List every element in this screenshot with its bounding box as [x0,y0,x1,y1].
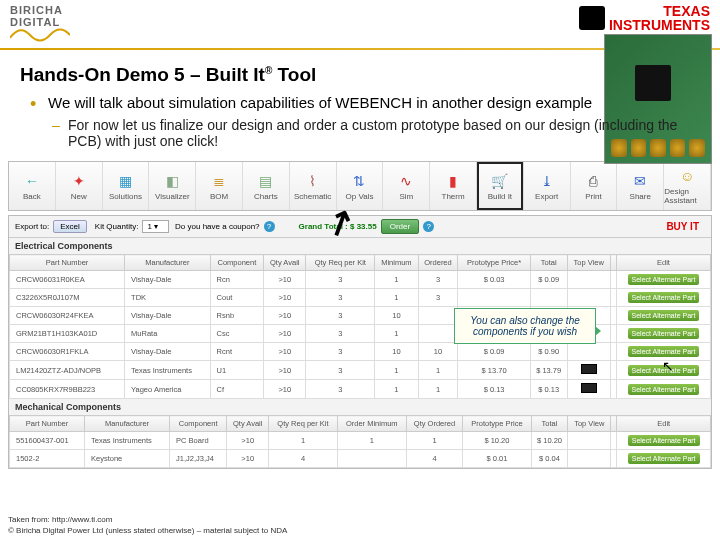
component-icon [581,383,597,393]
sim-icon: ∿ [396,172,416,190]
table-row: CRCW06030R1FKLAVishay-DaleRcnt>1031010$ … [10,343,711,361]
table-row: 551600437-001Texas InstrumentsPC Board>1… [10,432,711,450]
back-icon: ← [22,172,42,190]
help-icon[interactable]: ? [264,221,275,232]
ti-chip-icon [579,6,605,30]
solutions-icon: ▦ [115,172,135,190]
callout-box: You can also change the components if yo… [454,308,596,344]
cursor-icon: ↖ [662,358,674,374]
select-alternate-button[interactable]: Select Alternate Part [628,435,700,446]
toolbar-export[interactable]: ⤓Export [524,162,571,210]
toolbar-solutions[interactable]: ▦Solutions [103,162,150,210]
charts-icon: ▤ [256,172,276,190]
design assistant-icon: ☺ [677,167,697,185]
mechanical-table: Part NumberManufacturerComponentQty Avai… [9,415,711,468]
toolbar-design-assistant[interactable]: ☺Design Assistant [664,162,711,210]
table-row: C3226X5R0J107MTDKCout>10313Select Altern… [10,289,711,307]
kit-qty-select[interactable]: 1 ▾ [142,220,169,233]
select-alternate-button[interactable]: Select Alternate Part [628,346,700,357]
select-alternate-button[interactable]: Select Alternate Part [628,328,700,339]
table-row: LM21420ZTZ-ADJ/NOPBTexas InstrumentsU1>1… [10,361,711,380]
bullet-list: We will talk about simulation capabiliti… [0,94,720,155]
op vals-icon: ⇅ [349,172,369,190]
select-alternate-button[interactable]: Select Alternate Part [628,292,700,303]
toolbar-share[interactable]: ✉Share [617,162,664,210]
toolbar-visualizer[interactable]: ◧Visualizer [149,162,196,210]
mechanical-section-label: Mechanical Components [9,399,711,415]
buy-panel: Export to: Excel Kit Quantity: 1 ▾ Do yo… [8,215,712,469]
toolbar-print[interactable]: ⎙Print [571,162,618,210]
table-row: CC0805KRX7R9BB223Yageo AmericaCf>10311$ … [10,380,711,399]
toolbar-build-it[interactable]: 🛒Build It [477,162,524,210]
new-icon: ✦ [69,172,89,190]
toolbar-sim[interactable]: ∿Sim [383,162,430,210]
visualizer-icon: ◧ [162,172,182,190]
toolbar-back[interactable]: ←Back [9,162,56,210]
order-button[interactable]: Order [381,219,419,234]
toolbar-therm[interactable]: ▮Therm [430,162,477,210]
coupon-label: Do you have a coupon?? [175,221,279,232]
select-alternate-button[interactable]: Select Alternate Part [628,453,700,464]
select-alternate-button[interactable]: Select Alternate Part [628,310,700,321]
component-icon [581,364,597,374]
table-row: GRM21BT1H103KA01DMuRataCsc>1031Select Al… [10,325,711,343]
toolbar-charts[interactable]: ▤Charts [243,162,290,210]
select-alternate-button[interactable]: Select Alternate Part [628,274,700,285]
toolbar-bom[interactable]: ≣BOM [196,162,243,210]
kit-qty-label: Kit Quantity: [95,222,139,231]
schematic-icon: ⌇ [303,172,323,190]
footer: Taken from: http://www.ti.com © Biricha … [8,515,287,536]
export-icon: ⤓ [537,172,557,190]
buy-it-label: BUY IT [666,221,699,232]
webench-toolbar: ←Back✦New▦Solutions◧Visualizer≣BOM▤Chart… [8,161,712,211]
build it-icon: 🛒 [490,172,510,190]
therm-icon: ▮ [443,172,463,190]
export-excel-button[interactable]: Excel [53,220,87,233]
ti-logo: TEXASINSTRUMENTS [579,4,710,32]
toolbar-new[interactable]: ✦New [56,162,103,210]
print-icon: ⎙ [583,172,603,190]
bullet-1: We will talk about simulation capabiliti… [48,94,690,111]
share-icon: ✉ [630,172,650,190]
bullet-2: For now let us finalize our design and o… [48,111,690,155]
table-row: 1502-2KeystoneJ1,J2,J3,J4>1044$ 0.01$ 0.… [10,450,711,468]
help-icon[interactable]: ? [423,221,434,232]
export-label: Export to: [15,222,49,231]
biricha-logo: BIRICHA DIGITAL [10,4,70,44]
electrical-section-label: Electrical Components [9,238,711,254]
table-row: CRCW06030R24FKEAVishay-DaleRsnb>10310Sel… [10,307,711,325]
table-row: CRCW06031R0KEAVishay-DaleRcn>10313$ 0.03… [10,271,711,289]
electrical-table: Part NumberManufacturerComponentQty Avai… [9,254,711,399]
toolbar-schematic[interactable]: ⌇Schematic [290,162,337,210]
select-alternate-button[interactable]: Select Alternate Part [628,384,700,395]
bom-icon: ≣ [209,172,229,190]
